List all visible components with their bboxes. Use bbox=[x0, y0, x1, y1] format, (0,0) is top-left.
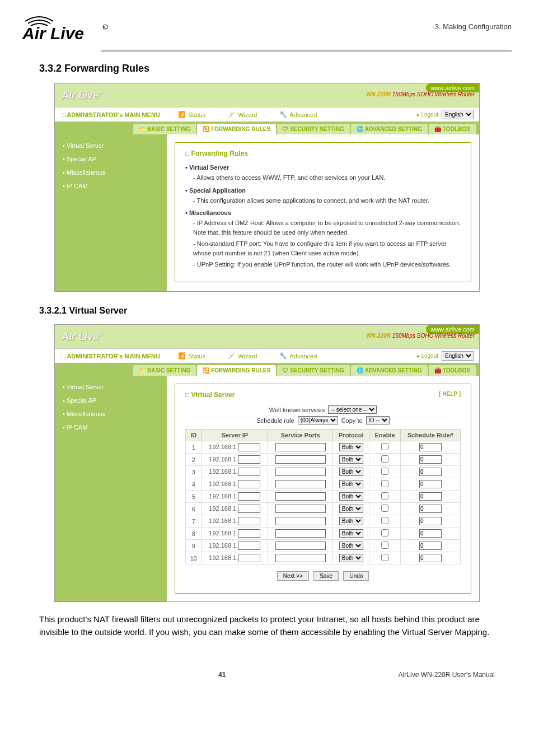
enable-checkbox[interactable] bbox=[381, 554, 388, 561]
server-ip-input[interactable] bbox=[238, 480, 260, 488]
table-row: 4192.168.1.Both bbox=[186, 478, 461, 491]
tab-toolbox[interactable]: 🧰TOOLBOX bbox=[429, 124, 476, 134]
server-ip-input[interactable] bbox=[238, 517, 260, 525]
server-ip-cell: 192.168.1. bbox=[202, 491, 268, 503]
tab-security-setting[interactable]: 🛡SECURITY SETTING bbox=[277, 124, 350, 134]
service-ports-input[interactable] bbox=[275, 455, 326, 464]
tab-forwarding-rules-2[interactable]: 🔁FORWARDING RULES bbox=[197, 365, 276, 376]
schedule-rule-input[interactable] bbox=[419, 480, 442, 488]
undo-button[interactable]: Undo bbox=[343, 571, 369, 581]
enable-checkbox[interactable] bbox=[381, 505, 388, 512]
help-link[interactable]: [ HELP ] bbox=[439, 391, 461, 397]
service-ports-input[interactable] bbox=[275, 554, 326, 562]
schedule-rule-input[interactable] bbox=[419, 529, 442, 538]
tab-basic-setting[interactable]: 📁BASIC SETTING bbox=[133, 124, 196, 134]
enable-checkbox[interactable] bbox=[381, 455, 388, 463]
well-known-select[interactable]: -- select one -- bbox=[328, 405, 377, 414]
sidebar-item-virtual-server-2[interactable]: Virtual Server bbox=[55, 380, 167, 394]
tab-security-setting-2[interactable]: 🛡SECURITY SETTING bbox=[277, 365, 350, 376]
toolbox-icon: 🧰 bbox=[434, 126, 441, 132]
advanced-link[interactable]: 🔧Advanced bbox=[268, 111, 328, 118]
service-ports-input[interactable] bbox=[275, 492, 326, 501]
sidebar-item-special-ap[interactable]: Special AP bbox=[55, 152, 167, 166]
table-header: Service Ports bbox=[268, 430, 333, 441]
status-link[interactable]: 📶Status bbox=[167, 111, 217, 118]
enable-checkbox[interactable] bbox=[381, 480, 388, 487]
logout-link-2[interactable]: ▸ Logout bbox=[417, 353, 438, 359]
wizard-link-2[interactable]: 🪄Wizard bbox=[217, 352, 268, 360]
server-ip-input[interactable] bbox=[238, 529, 260, 538]
panel-header: Air Live® www.airlive.com WN-220R 150Mbp… bbox=[55, 83, 479, 107]
schedule-rule-input[interactable] bbox=[419, 455, 442, 464]
protocol-select[interactable]: Both bbox=[339, 542, 363, 550]
tab-advanced-setting-2[interactable]: 🌐ADVANCED SETTING bbox=[351, 365, 428, 376]
language-select-2[interactable]: English bbox=[442, 351, 474, 361]
enable-checkbox[interactable] bbox=[381, 517, 388, 524]
table-row: 9192.168.1.Both bbox=[186, 540, 461, 552]
router-panel-virtual-server: Air Live® www.airlive.com WN-220R 150Mbp… bbox=[54, 324, 480, 602]
server-ip-cell: 192.168.1. bbox=[202, 503, 268, 515]
schedule-rule-input[interactable] bbox=[419, 468, 442, 476]
schedule-rule-input[interactable] bbox=[419, 542, 442, 550]
service-ports-input[interactable] bbox=[275, 443, 326, 451]
sidebar-item-special-ap-2[interactable]: Special AP bbox=[55, 394, 167, 407]
protocol-select[interactable]: Both bbox=[339, 455, 363, 464]
enable-checkbox[interactable] bbox=[381, 443, 388, 450]
tab-toolbox-2[interactable]: 🧰TOOLBOX bbox=[429, 365, 476, 376]
service-ports-input[interactable] bbox=[275, 529, 326, 538]
sidebar-item-ip-cam-2[interactable]: IP CAM bbox=[55, 421, 167, 434]
copy-to-select[interactable]: ID -- bbox=[366, 416, 390, 424]
schedule-rule-select[interactable]: (00)Always bbox=[298, 416, 338, 424]
protocol-select[interactable]: Both bbox=[339, 554, 363, 562]
sidebar-item-miscellaneous-2[interactable]: Miscellaneous bbox=[55, 407, 167, 421]
schedule-rule-input[interactable] bbox=[419, 517, 442, 525]
enable-checkbox[interactable] bbox=[381, 529, 388, 536]
schedule-rule-input[interactable] bbox=[419, 492, 442, 501]
tab-advanced-setting[interactable]: 🌐ADVANCED SETTING bbox=[351, 124, 428, 134]
schedule-rule-input[interactable] bbox=[419, 505, 442, 513]
sidebar-item-miscellaneous[interactable]: Miscellaneous bbox=[55, 166, 167, 179]
status-link-2[interactable]: 📶Status bbox=[167, 352, 217, 360]
admin-menu-label: □ ADMINISTRATOR's MAIN MENU bbox=[55, 111, 167, 118]
server-ip-input[interactable] bbox=[238, 542, 260, 550]
server-ip-input[interactable] bbox=[238, 443, 260, 451]
protocol-select[interactable]: Both bbox=[339, 480, 363, 488]
next-button[interactable]: Next >> bbox=[277, 571, 309, 581]
protocol-select[interactable]: Both bbox=[339, 468, 363, 476]
schedule-rule-input[interactable] bbox=[419, 443, 442, 451]
server-ip-input[interactable] bbox=[238, 505, 260, 513]
protocol-select[interactable]: Both bbox=[339, 529, 363, 538]
row-id: 3 bbox=[186, 466, 202, 478]
save-button[interactable]: Save bbox=[313, 571, 339, 581]
enable-checkbox[interactable] bbox=[381, 542, 388, 549]
row-id: 1 bbox=[186, 441, 202, 454]
server-ip-input[interactable] bbox=[238, 554, 260, 562]
enable-checkbox[interactable] bbox=[381, 468, 388, 475]
bullet-sub: IP Address of DMZ Host: Allows a compute… bbox=[193, 218, 461, 237]
row-id: 8 bbox=[186, 528, 202, 540]
enable-checkbox[interactable] bbox=[381, 492, 388, 500]
sidebar-item-ip-cam[interactable]: IP CAM bbox=[55, 179, 167, 193]
service-ports-input[interactable] bbox=[275, 480, 326, 488]
protocol-select[interactable]: Both bbox=[339, 492, 363, 501]
language-select[interactable]: English bbox=[442, 110, 474, 119]
server-ip-input[interactable] bbox=[238, 455, 260, 464]
service-ports-input[interactable] bbox=[275, 505, 326, 513]
schedule-rule-input[interactable] bbox=[419, 554, 442, 562]
sidebar: Virtual Server Special AP Miscellaneous … bbox=[55, 134, 167, 291]
logout-link[interactable]: ▸ Logout bbox=[417, 111, 438, 118]
server-ip-input[interactable] bbox=[238, 492, 260, 501]
protocol-select[interactable]: Both bbox=[339, 505, 363, 513]
server-ip-input[interactable] bbox=[238, 468, 260, 476]
table-row: 5192.168.1.Both bbox=[186, 491, 461, 503]
tab-basic-setting-2[interactable]: 📁BASIC SETTING bbox=[133, 365, 196, 376]
protocol-select[interactable]: Both bbox=[339, 443, 363, 451]
wizard-link[interactable]: 🪄Wizard bbox=[217, 111, 268, 118]
service-ports-input[interactable] bbox=[275, 468, 326, 476]
advanced-link-2[interactable]: 🔧Advanced bbox=[268, 352, 328, 360]
service-ports-input[interactable] bbox=[275, 517, 326, 525]
sidebar-item-virtual-server[interactable]: Virtual Server bbox=[55, 139, 167, 152]
tab-forwarding-rules[interactable]: 🔁FORWARDING RULES bbox=[197, 124, 276, 134]
protocol-select[interactable]: Both bbox=[339, 517, 363, 525]
service-ports-input[interactable] bbox=[275, 542, 326, 550]
